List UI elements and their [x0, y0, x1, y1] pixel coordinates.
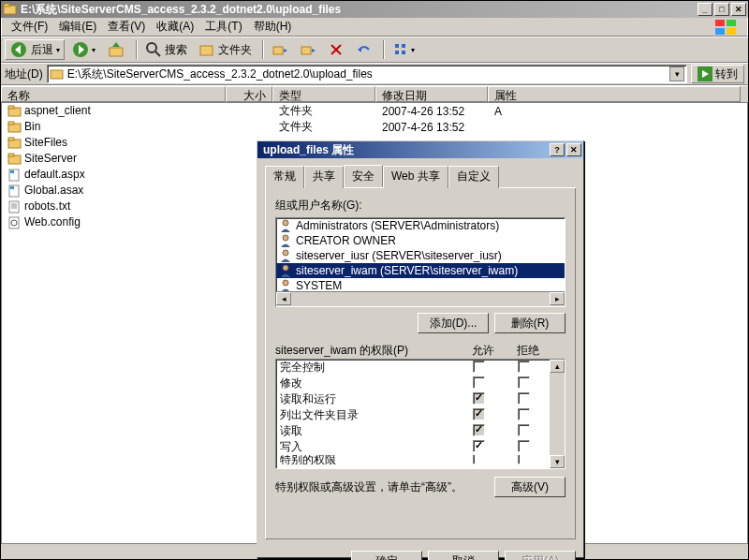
- allow-checkbox[interactable]: [473, 424, 485, 436]
- col-attr[interactable]: 属性: [488, 86, 741, 102]
- go-label: 转到: [715, 66, 738, 82]
- views-button[interactable]: ▾: [388, 39, 419, 60]
- deny-checkbox[interactable]: [518, 361, 530, 373]
- back-label: 后退: [31, 42, 53, 58]
- deny-checkbox[interactable]: [518, 424, 530, 436]
- delete-button[interactable]: [323, 39, 349, 60]
- file-icon: [7, 169, 22, 182]
- scroll-up-icon[interactable]: ▴: [550, 360, 565, 373]
- help-button[interactable]: ?: [550, 143, 565, 156]
- svg-rect-1: [4, 4, 9, 7]
- go-button[interactable]: 转到: [691, 65, 744, 83]
- permission-label: 特别的权限: [280, 455, 456, 464]
- add-button[interactable]: 添加(D)...: [418, 313, 489, 333]
- menu-view[interactable]: 查看(V): [102, 17, 151, 37]
- svg-point-41: [283, 235, 288, 241]
- dropdown-icon[interactable]: ▾: [669, 66, 684, 81]
- allow-checkbox[interactable]: [473, 392, 485, 405]
- svg-rect-18: [402, 44, 405, 48]
- deny-checkbox[interactable]: [518, 455, 530, 464]
- search-button[interactable]: 搜索: [140, 39, 192, 60]
- permission-row: 读取: [276, 423, 565, 439]
- svg-rect-4: [715, 28, 725, 35]
- svg-rect-19: [402, 51, 405, 54]
- tab-strip: 常规 共享 安全 Web 共享 自定义: [265, 165, 576, 188]
- minimize-button[interactable]: _: [698, 3, 712, 16]
- folders-button[interactable]: 文件夹: [194, 39, 257, 60]
- allow-checkbox[interactable]: [473, 440, 485, 452]
- scroll-right-icon[interactable]: ▸: [550, 292, 565, 305]
- dialog-close-button[interactable]: ✕: [566, 143, 581, 156]
- tab-general[interactable]: 常规: [265, 166, 304, 188]
- menu-file[interactable]: 文件(F): [6, 17, 53, 37]
- deny-checkbox[interactable]: [518, 408, 530, 420]
- tab-security[interactable]: 安全: [344, 165, 383, 187]
- forward-button[interactable]: ▾: [66, 39, 100, 60]
- user-icon: [278, 263, 293, 278]
- folder-icon: [7, 153, 22, 166]
- svg-rect-16: [395, 44, 399, 48]
- close-button[interactable]: ✕: [731, 3, 746, 16]
- cancel-button[interactable]: 取消: [428, 551, 499, 560]
- permission-label: 完全控制: [280, 360, 456, 376]
- deny-checkbox[interactable]: [518, 376, 530, 389]
- user-icon: [278, 218, 293, 233]
- maximize-button[interactable]: □: [714, 3, 729, 16]
- svg-rect-33: [10, 186, 14, 189]
- menu-edit[interactable]: 编辑(E): [53, 17, 102, 37]
- col-name[interactable]: 名称: [1, 86, 226, 102]
- advanced-button[interactable]: 高级(V): [494, 477, 565, 497]
- address-value: E:\系统\SiteServerCMS_access_2.3.2_dotnet2…: [67, 66, 669, 82]
- move-to-button[interactable]: [267, 39, 293, 60]
- col-type[interactable]: 类型: [272, 86, 375, 102]
- permission-list[interactable]: 完全控制修改读取和运行列出文件夹目录读取写入特别的权限 ▴ ▾: [275, 359, 565, 469]
- allow-checkbox[interactable]: [473, 361, 485, 373]
- tab-custom[interactable]: 自定义: [448, 166, 499, 188]
- apply-button[interactable]: 应用(A): [505, 551, 576, 560]
- list-item[interactable]: Bin文件夹2007-4-26 13:52: [2, 119, 747, 135]
- permission-label: 修改: [280, 376, 456, 391]
- permission-row: 完全控制: [276, 360, 565, 376]
- permission-row: 特别的权限: [276, 455, 565, 464]
- user-item[interactable]: siteserver_iusr (SERVER\siteserver_iusr): [276, 248, 565, 263]
- back-button[interactable]: 后退 ▾: [5, 39, 65, 60]
- vertical-scrollbar[interactable]: ▴ ▾: [550, 360, 565, 468]
- address-combo[interactable]: E:\系统\SiteServerCMS_access_2.3.2_dotnet2…: [47, 65, 687, 83]
- col-size[interactable]: 大小: [226, 86, 272, 102]
- remove-button[interactable]: 删除(R): [494, 313, 565, 333]
- svg-rect-29: [8, 154, 14, 156]
- permission-row: 读取和运行: [276, 391, 565, 407]
- scroll-down-icon[interactable]: ▾: [550, 455, 565, 468]
- menu-favorites[interactable]: 收藏(A): [151, 17, 199, 37]
- deny-checkbox[interactable]: [518, 440, 530, 452]
- deny-checkbox[interactable]: [518, 392, 530, 405]
- allow-checkbox[interactable]: [473, 376, 485, 389]
- svg-rect-5: [727, 28, 736, 35]
- menubar: 文件(F) 编辑(E) 查看(V) 收藏(A) 工具(T) 帮助(H): [1, 18, 748, 37]
- up-button[interactable]: [102, 39, 130, 60]
- svg-point-43: [283, 265, 288, 271]
- toolbar: 后退 ▾ ▾ 搜索 文件夹 ▾: [1, 37, 748, 63]
- list-item[interactable]: aspnet_client文件夹2007-4-26 13:52A: [2, 103, 747, 119]
- dialog-titlebar[interactable]: upload_files 属性 ? ✕: [257, 141, 583, 158]
- permission-row: 写入: [276, 439, 565, 455]
- address-bar: 地址(D) E:\系统\SiteServerCMS_access_2.3.2_d…: [1, 63, 748, 85]
- tab-webshare[interactable]: Web 共享: [383, 166, 448, 188]
- folder-icon: [7, 121, 22, 134]
- menu-tools[interactable]: 工具(T): [199, 17, 247, 37]
- titlebar[interactable]: E:\系统\SiteServerCMS_access_2.3.2_dotnet2…: [1, 1, 748, 18]
- allow-checkbox[interactable]: [473, 455, 485, 464]
- undo-button[interactable]: [351, 39, 377, 60]
- horizontal-scrollbar[interactable]: ◂ ▸: [276, 291, 565, 306]
- allow-checkbox[interactable]: [473, 408, 485, 420]
- ok-button[interactable]: 确定: [351, 551, 422, 560]
- col-modified[interactable]: 修改日期: [375, 86, 488, 102]
- user-item[interactable]: CREATOR OWNER: [276, 233, 565, 248]
- copy-to-button[interactable]: [295, 39, 321, 60]
- user-list[interactable]: Administrators (SERVER\Administrators)CR…: [275, 217, 565, 307]
- tab-share[interactable]: 共享: [304, 166, 344, 188]
- user-item[interactable]: siteserver_iwam (SERVER\siteserver_iwam): [276, 263, 565, 278]
- scroll-left-icon[interactable]: ◂: [276, 292, 291, 305]
- menu-help[interactable]: 帮助(H): [248, 17, 298, 37]
- user-item[interactable]: Administrators (SERVER\Administrators): [276, 218, 565, 233]
